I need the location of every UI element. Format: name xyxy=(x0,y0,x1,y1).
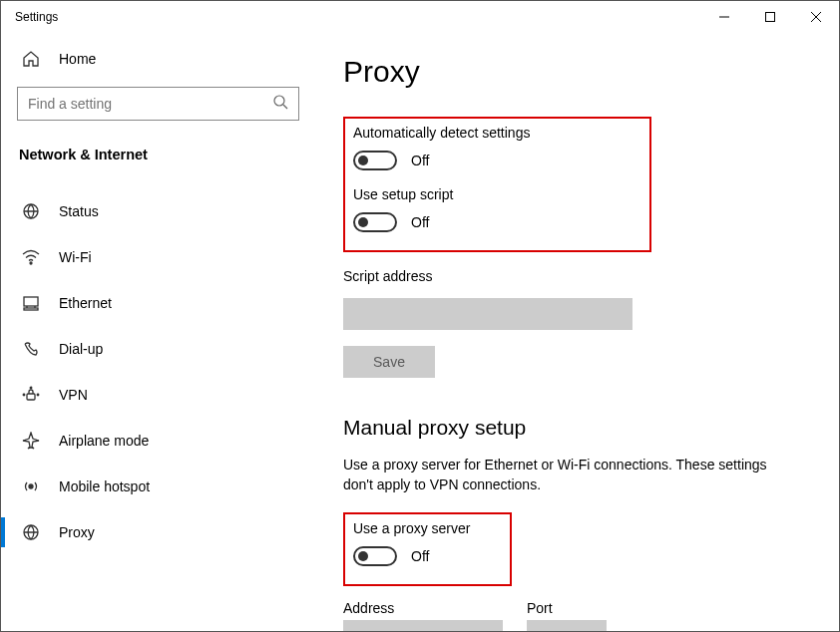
svg-line-5 xyxy=(283,105,287,109)
sidebar-item-label: Dial-up xyxy=(59,341,103,357)
svg-point-13 xyxy=(23,394,25,396)
sidebar-item-hotspot[interactable]: Mobile hotspot xyxy=(1,464,315,509)
manual-help-text: Use a proxy server for Ethernet or Wi-Fi… xyxy=(343,456,772,494)
vpn-icon xyxy=(21,385,41,405)
home-icon xyxy=(21,49,41,69)
sidebar-item-label: Airplane mode xyxy=(59,433,149,449)
use-script-state: Off xyxy=(411,214,429,230)
address-input xyxy=(343,620,503,631)
sidebar-item-label: Ethernet xyxy=(59,295,112,311)
minimize-button[interactable] xyxy=(701,1,747,33)
auto-detect-toggle[interactable] xyxy=(353,151,397,170)
sidebar-item-wifi[interactable]: Wi-Fi xyxy=(1,234,315,280)
dialup-icon xyxy=(21,339,41,359)
manual-section-title: Manual proxy setup xyxy=(343,416,819,440)
search-input[interactable] xyxy=(28,96,273,112)
home-link[interactable]: Home xyxy=(1,39,315,79)
svg-point-15 xyxy=(30,387,32,389)
save-button: Save xyxy=(343,346,435,378)
maximize-icon xyxy=(765,12,775,22)
sidebar-item-status[interactable]: Status xyxy=(1,188,315,234)
svg-rect-8 xyxy=(24,297,38,306)
use-proxy-label: Use a proxy server xyxy=(353,520,470,536)
use-proxy-toggle[interactable] xyxy=(353,546,397,566)
close-button[interactable] xyxy=(793,1,839,33)
sidebar: Home Network & Internet Status Wi-Fi Eth… xyxy=(1,33,315,631)
sidebar-item-label: Mobile hotspot xyxy=(59,478,150,494)
sidebar-item-ethernet[interactable]: Ethernet xyxy=(1,280,315,326)
script-address-label: Script address xyxy=(343,268,819,284)
category-header: Network & Internet xyxy=(1,133,315,176)
close-icon xyxy=(811,12,821,22)
ethernet-icon xyxy=(21,293,41,313)
hotspot-icon xyxy=(21,476,41,496)
search-box[interactable] xyxy=(17,87,299,121)
port-label: Port xyxy=(527,600,607,616)
script-address-input xyxy=(343,298,632,330)
main-panel: Proxy Automatically detect settings Off … xyxy=(315,33,839,631)
svg-point-7 xyxy=(30,262,32,264)
svg-rect-9 xyxy=(24,308,38,310)
sidebar-item-label: Status xyxy=(59,203,99,219)
svg-rect-1 xyxy=(766,13,775,22)
nav-list: Status Wi-Fi Ethernet Dial-up VPN Airpla… xyxy=(1,188,315,555)
titlebar: Settings xyxy=(1,1,839,33)
svg-rect-12 xyxy=(27,394,35,400)
search-icon xyxy=(273,95,288,113)
use-script-label: Use setup script xyxy=(353,186,530,202)
airplane-icon xyxy=(21,431,41,451)
page-title: Proxy xyxy=(343,55,819,89)
use-script-toggle[interactable] xyxy=(353,212,397,232)
wifi-icon xyxy=(21,247,41,267)
annotation-box-auto: Automatically detect settings Off Use se… xyxy=(343,117,651,252)
window-title: Settings xyxy=(15,10,701,24)
address-label: Address xyxy=(343,600,503,616)
maximize-button[interactable] xyxy=(747,1,793,33)
sidebar-item-proxy[interactable]: Proxy xyxy=(1,509,315,555)
home-label: Home xyxy=(59,51,96,67)
svg-point-14 xyxy=(37,394,39,396)
use-proxy-state: Off xyxy=(411,548,429,564)
proxy-icon xyxy=(21,522,41,542)
annotation-box-manual: Use a proxy server Off xyxy=(343,512,512,586)
window-controls xyxy=(701,1,839,33)
sidebar-item-airplane[interactable]: Airplane mode xyxy=(1,418,315,464)
status-icon xyxy=(21,201,41,221)
port-input xyxy=(527,620,607,631)
svg-point-4 xyxy=(274,96,284,106)
sidebar-item-label: VPN xyxy=(59,387,88,403)
sidebar-item-dialup[interactable]: Dial-up xyxy=(1,326,315,372)
auto-detect-state: Off xyxy=(411,153,429,168)
auto-detect-label: Automatically detect settings xyxy=(353,125,530,141)
svg-point-16 xyxy=(29,484,33,488)
sidebar-item-vpn[interactable]: VPN xyxy=(1,372,315,418)
minimize-icon xyxy=(719,12,729,22)
sidebar-item-label: Wi-Fi xyxy=(59,249,92,265)
sidebar-item-label: Proxy xyxy=(59,524,95,540)
